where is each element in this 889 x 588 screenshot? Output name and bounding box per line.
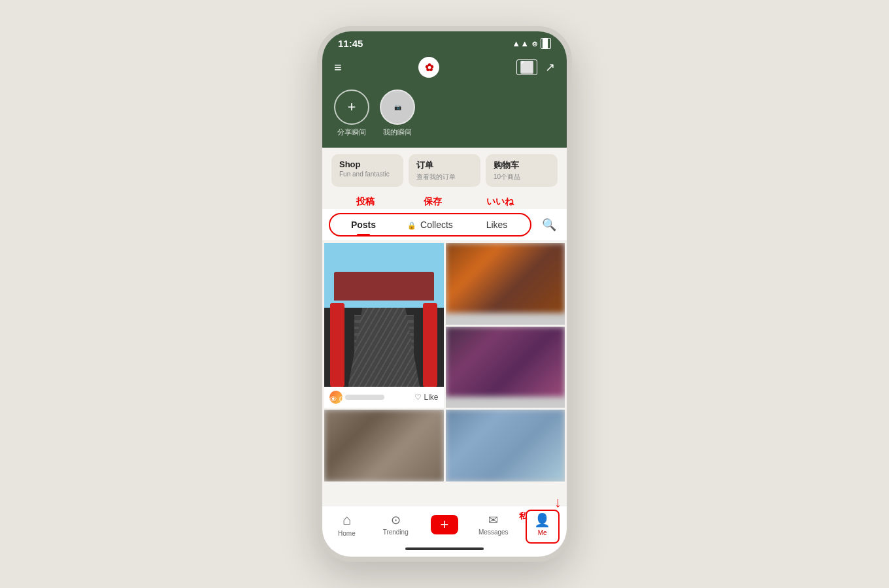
post-item-4[interactable] bbox=[324, 410, 444, 482]
nav-trending[interactable]: ⊙ Trending bbox=[371, 513, 420, 536]
annotation-posts: 投稿 bbox=[331, 196, 399, 208]
me-icon: 👤 bbox=[534, 512, 550, 528]
shop-title: Shop bbox=[339, 159, 395, 169]
header: ≡ ✿ ⬜ ↗ bbox=[322, 53, 567, 84]
tab-posts[interactable]: Posts bbox=[330, 214, 397, 235]
home-label: Home bbox=[338, 530, 356, 537]
status-bar: 11:45 ▲▲ ⌾ ▊ bbox=[322, 31, 567, 53]
header-actions: ⬜ ↗ bbox=[516, 59, 555, 75]
annotation-row: 投稿 保存 いいね bbox=[322, 193, 567, 209]
post-item-main[interactable]: 👁 0 ♡ Like bbox=[324, 243, 444, 408]
tab-likes[interactable]: Likes bbox=[463, 214, 530, 235]
tabs-row: Posts 🔒 Collects Likes 🔍 bbox=[322, 209, 567, 241]
status-time: 11:45 bbox=[338, 38, 363, 49]
annotation-likes: いいね bbox=[467, 196, 534, 208]
home-indicator-bar bbox=[322, 547, 567, 557]
content-area: 👁 0 ♡ Like bbox=[322, 241, 567, 506]
messages-icon: ✉ bbox=[488, 513, 498, 527]
trending-icon: ⊙ bbox=[391, 513, 401, 527]
battery-icon: ▊ bbox=[541, 38, 551, 49]
add-story-label: 分享瞬间 bbox=[337, 127, 366, 137]
heart-icon: ♡ bbox=[414, 393, 422, 402]
menu-icon[interactable]: ≡ bbox=[334, 60, 342, 75]
search-icon[interactable]: 🔍 bbox=[538, 214, 560, 236]
phone-frame: 11:45 ▲▲ ⌾ ▊ ≡ ✿ ⬜ ↗ + 分享瞬间 📷 我的瞬间 bbox=[317, 26, 572, 562]
post-item-5[interactable] bbox=[446, 410, 565, 482]
my-moments-label: 我的瞬间 bbox=[383, 127, 412, 137]
tab-posts-label: Posts bbox=[351, 220, 376, 230]
orders-card[interactable]: 订单 查看我的订单 bbox=[409, 154, 480, 187]
tab-underline bbox=[357, 234, 370, 235]
export-icon[interactable]: ↗ bbox=[545, 60, 555, 74]
tabs-border: Posts 🔒 Collects Likes bbox=[329, 213, 531, 237]
nav-messages[interactable]: ✉ Messages bbox=[469, 513, 518, 536]
me-label: Me bbox=[538, 529, 547, 536]
cart-subtitle: 10个商品 bbox=[494, 172, 550, 182]
cart-title: 购物车 bbox=[494, 159, 550, 171]
lock-icon: 🔒 bbox=[407, 221, 416, 229]
orders-title: 订单 bbox=[416, 159, 473, 171]
tab-collects[interactable]: 🔒 Collects bbox=[397, 214, 463, 235]
avatar-image[interactable]: 📷 bbox=[380, 90, 415, 125]
cart-card[interactable]: 购物车 10个商品 bbox=[486, 154, 558, 187]
signal-icon: ▲▲ bbox=[512, 39, 529, 48]
share-box-icon[interactable]: ⬜ bbox=[516, 59, 537, 75]
post-image-4 bbox=[324, 410, 444, 482]
post-image-3 bbox=[446, 327, 565, 397]
posts-grid: 👁 0 ♡ Like bbox=[322, 241, 567, 483]
app-logo: ✿ bbox=[418, 57, 439, 78]
shop-card[interactable]: Shop Fun and fantastic bbox=[331, 154, 403, 187]
add-story-button[interactable]: + 分享瞬间 bbox=[334, 90, 369, 137]
post-item-2[interactable] bbox=[446, 243, 565, 325]
wifi-icon: ⌾ bbox=[532, 39, 537, 48]
escalator-image bbox=[324, 243, 444, 387]
my-moments-avatar[interactable]: 📷 我的瞬间 bbox=[380, 90, 415, 137]
nav-create[interactable]: + bbox=[420, 515, 469, 534]
home-icon: ⌂ bbox=[343, 512, 351, 529]
tab-likes-label: Likes bbox=[486, 220, 508, 230]
orders-subtitle: 查看我的订单 bbox=[416, 172, 473, 182]
annotation-collects: 保存 bbox=[399, 196, 466, 208]
shop-row: Shop Fun and fantastic 订单 查看我的订单 购物车 10个… bbox=[322, 148, 567, 193]
bottom-nav: ⌂ Home ⊙ Trending + ✉ Messages 私 ↓ 👤 Me bbox=[322, 506, 567, 547]
status-icons: ▲▲ ⌾ ▊ bbox=[512, 38, 551, 49]
author-name bbox=[345, 395, 384, 400]
eye-icon: 👁 bbox=[329, 395, 337, 404]
like-button[interactable]: ♡ Like bbox=[414, 393, 438, 402]
create-button[interactable]: + bbox=[431, 515, 458, 534]
post-image-2 bbox=[446, 243, 565, 313]
tab-collects-label: Collects bbox=[420, 220, 453, 230]
like-label: Like bbox=[424, 393, 438, 402]
post-item-3[interactable] bbox=[446, 327, 565, 408]
home-indicator bbox=[405, 547, 484, 550]
trending-label: Trending bbox=[383, 529, 409, 536]
add-circle-icon[interactable]: + bbox=[334, 90, 369, 125]
profile-section: + 分享瞬间 📷 我的瞬间 bbox=[322, 84, 567, 148]
nav-home[interactable]: ⌂ Home bbox=[322, 512, 371, 537]
nav-me[interactable]: 私 ↓ 👤 Me bbox=[518, 512, 567, 536]
messages-label: Messages bbox=[478, 529, 509, 536]
post-image-5 bbox=[446, 410, 565, 482]
view-count: 👁 0 bbox=[329, 395, 343, 404]
shop-subtitle: Fun and fantastic bbox=[339, 171, 395, 178]
